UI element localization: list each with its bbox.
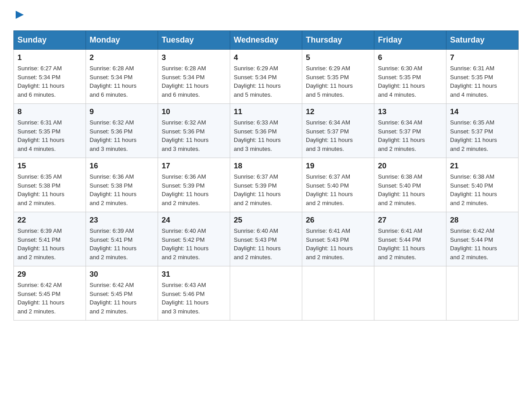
calendar-header: SundayMondayTuesdayWednesdayThursdayFrid… [14, 31, 519, 50]
day-number: 13 [378, 107, 442, 116]
day-number: 11 [234, 107, 298, 116]
day-number: 21 [450, 162, 515, 171]
day-number: 22 [17, 216, 82, 225]
day-cell: 19Sunrise: 6:37 AMSunset: 5:40 PMDayligh… [302, 158, 374, 212]
day-info: Sunrise: 6:39 AMSunset: 5:41 PMDaylight:… [90, 227, 154, 261]
day-info: Sunrise: 6:41 AMSunset: 5:44 PMDaylight:… [378, 227, 442, 261]
day-info: Sunrise: 6:39 AMSunset: 5:41 PMDaylight:… [17, 227, 82, 261]
calendar-body: 1Sunrise: 6:27 AMSunset: 5:34 PMDaylight… [14, 50, 519, 321]
day-number: 28 [450, 216, 515, 225]
day-cell: 20Sunrise: 6:38 AMSunset: 5:40 PMDayligh… [374, 158, 446, 212]
day-number: 30 [90, 270, 154, 279]
day-number: 18 [234, 162, 298, 171]
day-cell: 30Sunrise: 6:42 AMSunset: 5:45 PMDayligh… [86, 266, 158, 321]
day-info: Sunrise: 6:38 AMSunset: 5:40 PMDaylight:… [378, 172, 442, 207]
day-number: 10 [162, 107, 226, 116]
day-cell: 25Sunrise: 6:40 AMSunset: 5:43 PMDayligh… [230, 212, 302, 266]
day-cell: 15Sunrise: 6:35 AMSunset: 5:38 PMDayligh… [14, 158, 86, 212]
day-number: 8 [17, 107, 82, 116]
logo-chevron-icon [15, 10, 25, 21]
day-info: Sunrise: 6:34 AMSunset: 5:37 PMDaylight:… [306, 118, 370, 153]
day-info: Sunrise: 6:42 AMSunset: 5:45 PMDaylight:… [17, 281, 82, 316]
day-number: 16 [90, 162, 154, 171]
day-number: 3 [162, 53, 226, 62]
day-cell: 26Sunrise: 6:41 AMSunset: 5:43 PMDayligh… [302, 212, 374, 266]
day-info: Sunrise: 6:34 AMSunset: 5:37 PMDaylight:… [378, 118, 442, 153]
week-row-3: 15Sunrise: 6:35 AMSunset: 5:38 PMDayligh… [14, 158, 519, 212]
day-cell [230, 266, 302, 321]
day-number: 20 [378, 162, 442, 171]
day-number: 15 [17, 162, 82, 171]
day-info: Sunrise: 6:41 AMSunset: 5:43 PMDaylight:… [306, 227, 370, 261]
day-info: Sunrise: 6:42 AMSunset: 5:44 PMDaylight:… [450, 227, 515, 261]
week-row-4: 22Sunrise: 6:39 AMSunset: 5:41 PMDayligh… [14, 212, 519, 266]
day-info: Sunrise: 6:29 AMSunset: 5:35 PMDaylight:… [306, 64, 370, 99]
day-info: Sunrise: 6:28 AMSunset: 5:34 PMDaylight:… [162, 64, 226, 99]
header-cell-thursday: Thursday [302, 31, 374, 50]
day-number: 7 [450, 53, 515, 62]
header-cell-monday: Monday [86, 31, 158, 50]
day-number: 4 [234, 53, 298, 62]
page-header [13, 9, 519, 21]
day-number: 27 [378, 216, 442, 225]
day-info: Sunrise: 6:27 AMSunset: 5:34 PMDaylight:… [17, 64, 82, 99]
day-cell: 4Sunrise: 6:29 AMSunset: 5:34 PMDaylight… [230, 50, 302, 104]
svg-marker-0 [16, 11, 24, 19]
day-info: Sunrise: 6:28 AMSunset: 5:34 PMDaylight:… [90, 64, 154, 99]
header-cell-tuesday: Tuesday [158, 31, 230, 50]
header-cell-saturday: Saturday [446, 31, 519, 50]
day-info: Sunrise: 6:32 AMSunset: 5:36 PMDaylight:… [90, 118, 154, 153]
day-cell: 7Sunrise: 6:31 AMSunset: 5:35 PMDaylight… [446, 50, 519, 104]
header-row: SundayMondayTuesdayWednesdayThursdayFrid… [14, 31, 519, 50]
day-number: 24 [162, 216, 226, 225]
day-number: 12 [306, 107, 370, 116]
day-cell: 10Sunrise: 6:32 AMSunset: 5:36 PMDayligh… [158, 104, 230, 158]
day-cell: 6Sunrise: 6:30 AMSunset: 5:35 PMDaylight… [374, 50, 446, 104]
day-cell [374, 266, 446, 321]
day-number: 1 [17, 53, 82, 62]
week-row-5: 29Sunrise: 6:42 AMSunset: 5:45 PMDayligh… [14, 266, 519, 321]
week-row-1: 1Sunrise: 6:27 AMSunset: 5:34 PMDaylight… [14, 50, 519, 104]
day-info: Sunrise: 6:40 AMSunset: 5:42 PMDaylight:… [162, 227, 226, 261]
day-info: Sunrise: 6:36 AMSunset: 5:38 PMDaylight:… [90, 172, 154, 207]
header-cell-friday: Friday [374, 31, 446, 50]
day-number: 26 [306, 216, 370, 225]
day-number: 5 [306, 53, 370, 62]
day-cell: 11Sunrise: 6:33 AMSunset: 5:36 PMDayligh… [230, 104, 302, 158]
day-cell: 21Sunrise: 6:38 AMSunset: 5:40 PMDayligh… [446, 158, 519, 212]
day-number: 31 [162, 270, 226, 279]
day-info: Sunrise: 6:35 AMSunset: 5:38 PMDaylight:… [17, 172, 82, 207]
week-row-2: 8Sunrise: 6:31 AMSunset: 5:35 PMDaylight… [14, 104, 519, 158]
day-number: 23 [90, 216, 154, 225]
day-cell: 12Sunrise: 6:34 AMSunset: 5:37 PMDayligh… [302, 104, 374, 158]
day-number: 6 [378, 53, 442, 62]
day-cell: 16Sunrise: 6:36 AMSunset: 5:38 PMDayligh… [86, 158, 158, 212]
day-cell: 2Sunrise: 6:28 AMSunset: 5:34 PMDaylight… [86, 50, 158, 104]
day-info: Sunrise: 6:31 AMSunset: 5:35 PMDaylight:… [17, 118, 82, 153]
day-cell: 29Sunrise: 6:42 AMSunset: 5:45 PMDayligh… [14, 266, 86, 321]
day-number: 14 [450, 107, 515, 116]
day-info: Sunrise: 6:43 AMSunset: 5:46 PMDaylight:… [162, 281, 226, 316]
day-number: 2 [90, 53, 154, 62]
day-info: Sunrise: 6:31 AMSunset: 5:35 PMDaylight:… [450, 64, 515, 99]
day-number: 9 [90, 107, 154, 116]
day-cell: 24Sunrise: 6:40 AMSunset: 5:42 PMDayligh… [158, 212, 230, 266]
day-cell: 8Sunrise: 6:31 AMSunset: 5:35 PMDaylight… [14, 104, 86, 158]
day-number: 29 [17, 270, 82, 279]
day-cell: 28Sunrise: 6:42 AMSunset: 5:44 PMDayligh… [446, 212, 519, 266]
day-info: Sunrise: 6:42 AMSunset: 5:45 PMDaylight:… [90, 281, 154, 316]
day-info: Sunrise: 6:33 AMSunset: 5:36 PMDaylight:… [234, 118, 298, 153]
day-cell: 22Sunrise: 6:39 AMSunset: 5:41 PMDayligh… [14, 212, 86, 266]
day-info: Sunrise: 6:40 AMSunset: 5:43 PMDaylight:… [234, 227, 298, 261]
day-cell: 14Sunrise: 6:35 AMSunset: 5:37 PMDayligh… [446, 104, 519, 158]
day-info: Sunrise: 6:37 AMSunset: 5:39 PMDaylight:… [234, 172, 298, 207]
day-info: Sunrise: 6:37 AMSunset: 5:40 PMDaylight:… [306, 172, 370, 207]
header-cell-sunday: Sunday [14, 31, 86, 50]
day-cell: 17Sunrise: 6:36 AMSunset: 5:39 PMDayligh… [158, 158, 230, 212]
day-cell [302, 266, 374, 321]
day-number: 19 [306, 162, 370, 171]
day-info: Sunrise: 6:30 AMSunset: 5:35 PMDaylight:… [378, 64, 442, 99]
day-number: 17 [162, 162, 226, 171]
day-info: Sunrise: 6:35 AMSunset: 5:37 PMDaylight:… [450, 118, 515, 153]
day-info: Sunrise: 6:38 AMSunset: 5:40 PMDaylight:… [450, 172, 515, 207]
